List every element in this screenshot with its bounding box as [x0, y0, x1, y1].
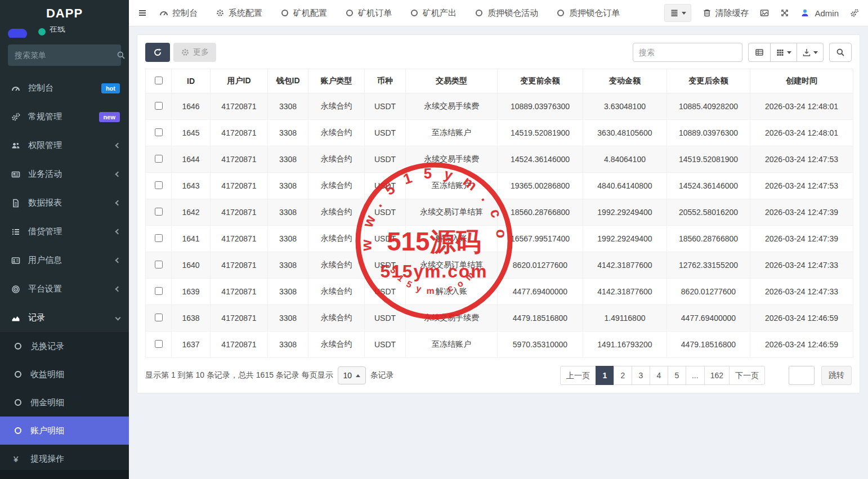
sidebar-item[interactable]: 数据报表: [0, 189, 129, 217]
table-cell: 永续合约: [308, 120, 365, 146]
topbar-tab[interactable]: 矿机订单: [345, 8, 392, 19]
row-checkbox[interactable]: [155, 181, 163, 189]
sidebar-subitem[interactable]: ¥提现操作: [0, 445, 129, 473]
topbar-tab-label: 质押锁仓订单: [569, 8, 620, 19]
table-row: 1646417208713308永续合约USDT永续交易手续费10889.039…: [146, 93, 853, 120]
sidebar-item-label: 权限管理: [28, 140, 116, 151]
column-header: 变更后余额: [667, 69, 750, 93]
table-cell: 2026-03-24 12:46:59: [750, 332, 853, 358]
page-size-select[interactable]: 10: [338, 366, 366, 384]
more-button[interactable]: 更多: [173, 43, 216, 62]
table-toolbar: 更多: [145, 43, 852, 62]
sidebar-subitem[interactable]: 收益明细: [0, 360, 129, 388]
jump-button[interactable]: 跳转: [821, 366, 852, 385]
image-icon[interactable]: [760, 8, 769, 17]
sidebar-subitem[interactable]: 兑换记录: [0, 332, 129, 360]
yen-icon: ¥: [14, 454, 25, 464]
row-checkbox[interactable]: [155, 340, 163, 348]
sidebar-item[interactable]: 权限管理: [0, 131, 129, 160]
table-cell: 10885.40928200: [667, 93, 750, 120]
topbar-tab[interactable]: 系统配置: [216, 8, 262, 19]
row-checkbox-cell: [146, 93, 172, 120]
sidebar-subitem[interactable]: 账户明细: [0, 417, 129, 445]
fullscreen-icon[interactable]: [780, 8, 789, 17]
row-checkbox[interactable]: [155, 234, 163, 242]
clear-cache-button[interactable]: 清除缓存: [703, 8, 749, 19]
sidebar-search-input[interactable]: [15, 51, 117, 60]
page-button[interactable]: 3: [632, 366, 650, 385]
sidebar-item[interactable]: 平台设置: [0, 275, 129, 303]
sidebar-subitem-label: 佣金明细: [30, 397, 64, 408]
sidebar-item[interactable]: 常规管理new: [0, 102, 129, 131]
page-button[interactable]: 4: [650, 366, 668, 385]
sidebar-item[interactable]: 借贷管理: [0, 217, 129, 246]
user-menu[interactable]: Admin: [800, 8, 839, 18]
row-checkbox[interactable]: [155, 261, 163, 268]
table-cell: 1642: [172, 199, 211, 226]
export-button[interactable]: [797, 43, 824, 62]
topbar-tab-label: 矿机配置: [293, 8, 327, 19]
hamburger-menu-icon[interactable]: [138, 8, 147, 17]
page-button[interactable]: 162: [704, 366, 730, 385]
chevron-left-icon: [115, 143, 121, 149]
page-button[interactable]: 5: [668, 366, 686, 385]
table-search-input[interactable]: [633, 43, 742, 62]
topbar-tab[interactable]: 质押锁仓活动: [475, 8, 538, 19]
table-view-icon: [755, 48, 764, 57]
prev-page-button[interactable]: 上一页: [560, 366, 596, 385]
sidebar-item[interactable]: 用户信息: [0, 246, 129, 275]
table-cell: USDT: [365, 305, 406, 332]
columns-button[interactable]: [770, 43, 797, 62]
topbar-tab[interactable]: 矿机配置: [280, 8, 327, 19]
table-cell: 4.84064100: [583, 146, 667, 173]
topbar-tab[interactable]: 控制台: [159, 8, 198, 19]
table-cell: 14524.36146000: [667, 173, 750, 199]
row-checkbox[interactable]: [155, 287, 163, 295]
table-cell: USDT: [365, 332, 406, 358]
app-logo: DAPP: [0, 0, 129, 26]
next-page-button[interactable]: 下一页: [729, 366, 765, 385]
row-checkbox[interactable]: [155, 314, 163, 321]
advanced-search-button[interactable]: [829, 43, 852, 62]
topbar-tab[interactable]: 质押锁仓订单: [556, 8, 620, 19]
table-cell: 解冻入账: [406, 279, 498, 305]
avatar: [8, 29, 27, 38]
table-cell: 41720871: [211, 252, 268, 279]
sidebar-item-label: 用户信息: [28, 255, 116, 266]
settings-gears-icon[interactable]: [850, 8, 859, 17]
sidebar-search: [8, 44, 121, 66]
topbar-tab[interactable]: 矿机产出: [410, 8, 457, 19]
table-cell: 1639: [172, 279, 211, 305]
sidebar-item[interactable]: 记录: [0, 303, 129, 332]
column-header: 变动金额: [583, 69, 667, 93]
gears-icon: [11, 113, 23, 122]
table-cell: 41720871: [211, 199, 268, 226]
table-cell: 1992.29249400: [583, 199, 667, 226]
sidebar-submenu: 兑换记录收益明细佣金明细账户明细¥提现操作: [0, 332, 129, 473]
jump-page-input[interactable]: [789, 366, 815, 385]
row-checkbox[interactable]: [155, 102, 163, 110]
sidebar-item[interactable]: 业务活动: [0, 160, 129, 189]
search-icon: [117, 51, 126, 60]
table-cell: 8620.01277600: [667, 279, 750, 305]
table-cell: 4477.69400000: [667, 305, 750, 332]
row-checkbox-cell: [146, 305, 172, 332]
page-ellipsis[interactable]: ...: [686, 366, 705, 385]
sidebar-subitem[interactable]: 佣金明细: [0, 388, 129, 417]
page-button[interactable]: 1: [596, 366, 614, 385]
sidebar-item[interactable]: 控制台hot: [0, 74, 129, 102]
select-all-checkbox[interactable]: [155, 77, 163, 84]
topbar-tab-label: 系统配置: [229, 8, 262, 19]
row-checkbox[interactable]: [155, 128, 163, 136]
refresh-icon: [153, 48, 162, 57]
circle-icon: [14, 398, 25, 407]
table-cell: 1491.16793200: [583, 332, 667, 358]
page-button[interactable]: 2: [614, 366, 632, 385]
table-cell: USDT: [365, 173, 406, 199]
row-checkbox[interactable]: [155, 208, 163, 216]
tabs-dropdown-button[interactable]: [664, 4, 691, 22]
row-checkbox[interactable]: [155, 155, 163, 163]
toggle-view-button[interactable]: [748, 43, 771, 62]
refresh-button[interactable]: [145, 43, 170, 62]
sidebar-item-label: 数据报表: [28, 198, 116, 208]
